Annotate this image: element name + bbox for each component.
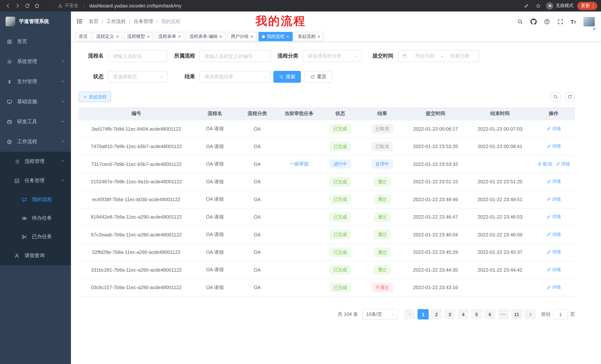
sidebar-item-system-management[interactable]: 系统管理 [0, 52, 71, 72]
page-size-select[interactable]: 10条/页 [362, 309, 398, 319]
breadcrumb-separator: / [102, 19, 103, 24]
menu-dots-icon[interactable] [591, 3, 596, 8]
sidebar-item-process-management[interactable]: 流程管理 [0, 152, 71, 171]
close-icon[interactable]: × [286, 34, 289, 39]
next-page-button[interactable] [524, 309, 536, 319]
page-button-4[interactable]: 4 [458, 309, 469, 319]
tab-user-group[interactable]: 用户分组 × [228, 32, 257, 41]
tab-process-definition[interactable]: 流程定义 × [93, 32, 122, 41]
page-button-5[interactable]: 5 [471, 309, 482, 319]
chevron-down-icon [60, 59, 65, 64]
sidebar-item-home[interactable]: 首页 [0, 31, 71, 52]
close-icon[interactable]: × [250, 34, 253, 39]
close-icon[interactable]: × [178, 34, 181, 39]
sidebar-item-workflow[interactable]: 工作流程 [0, 132, 71, 152]
cell-name: OA 请假 [194, 155, 236, 173]
detail-link[interactable]: 详情 [546, 231, 561, 238]
tab-home[interactable]: 首页 [75, 32, 91, 41]
sidebar-item-label: 流程管理 [25, 158, 45, 165]
pager-more-button[interactable]: ··· [498, 309, 509, 319]
result-select[interactable]: 请选择流结果 [200, 71, 270, 83]
start-process-button[interactable]: 发起流程 [79, 92, 111, 102]
parent-process-input[interactable] [200, 50, 270, 62]
sidebar-item-my-process[interactable]: 我的流程 [0, 190, 71, 209]
detail-link[interactable]: 详情 [546, 144, 561, 150]
refresh-table-button[interactable] [565, 92, 575, 102]
tag-success: 通过 [374, 266, 391, 274]
close-icon[interactable]: × [147, 34, 150, 39]
bookmark-star-icon[interactable] [534, 2, 542, 10]
goto-page-input[interactable] [553, 309, 568, 319]
cell-id: 52ffd28e-7b9a-11ec-a290-acde48001122 [79, 244, 194, 261]
detail-link[interactable]: 详情 [546, 214, 561, 220]
sidebar-item-dev-tools[interactable]: 研发工具 [0, 112, 71, 132]
tab-start-process[interactable]: 发起流程 × [294, 32, 323, 41]
detail-link[interactable]: 详情 [546, 284, 561, 291]
url-divider [84, 3, 84, 8]
forward-icon[interactable] [13, 2, 21, 10]
back-icon[interactable] [4, 2, 12, 10]
sidebar-item-payment-management[interactable]: 支付管理 [0, 72, 71, 92]
status-select[interactable]: 请选择状态 [108, 71, 168, 83]
sidebar-item-infrastructure[interactable]: 基础设施 [0, 92, 71, 112]
close-icon[interactable]: × [317, 34, 320, 39]
toggle-search-button[interactable] [551, 92, 561, 102]
page-button-6[interactable]: 6 [484, 309, 496, 319]
sidebar-item-todo-task[interactable]: 待办任务 [0, 209, 71, 228]
key-icon[interactable] [522, 2, 531, 10]
breadcrumb-item[interactable]: 任务管理 [134, 18, 153, 25]
sidebar-item-task-management[interactable]: 任务管理 [0, 171, 71, 190]
prev-page-button[interactable] [404, 309, 415, 319]
user-menu[interactable] [583, 17, 595, 27]
github-icon[interactable] [530, 18, 537, 25]
page-button-11[interactable]: 11 [511, 309, 522, 319]
sidebar-item-done-task[interactable]: 已办任务 [0, 228, 71, 246]
close-icon[interactable]: × [116, 34, 119, 39]
column-header: 操作 [532, 107, 575, 120]
fullscreen-icon[interactable] [557, 18, 563, 25]
address-bar-url[interactable]: dashboard.yudao.iocoder.cn/bpm/task/my [89, 3, 182, 9]
process-name-input[interactable] [108, 50, 168, 62]
page-button-2[interactable]: 2 [431, 309, 442, 319]
detail-link[interactable]: 详情 [546, 196, 561, 203]
font-size-icon[interactable]: TT [570, 19, 576, 24]
detail-link[interactable]: 详情 [546, 126, 561, 132]
update-button[interactable]: 更新 [577, 2, 597, 10]
browser-home-icon[interactable] [33, 2, 41, 10]
security-chip[interactable]: 不安全 [58, 3, 79, 9]
detail-link[interactable]: 详情 [546, 267, 561, 273]
detail-link[interactable]: 详情 [546, 249, 561, 256]
category-select[interactable]: 请选择流程分类 [303, 50, 362, 62]
tab-process-form[interactable]: 流程表单 × [155, 32, 184, 41]
cell-submit-time: 2022-01-22 23:45:29 [403, 244, 468, 261]
tab-my-process[interactable]: 我的流程 × [259, 32, 292, 41]
detail-link[interactable]: 详情 [546, 179, 561, 185]
sidebar-toggle-icon[interactable] [76, 18, 84, 25]
cell-status: 已完成 [320, 279, 361, 296]
tab-process-form-edit[interactable]: 流程表单-编辑 × [186, 32, 226, 41]
cell-category: OA [236, 261, 279, 278]
column-header: 流程名 [194, 107, 236, 120]
page-button-1[interactable]: 1 [418, 309, 429, 319]
column-header: 结束时间 [468, 107, 532, 120]
header-search-icon[interactable] [517, 18, 523, 25]
sidebar-item-leave-query[interactable]: 请假查询 [0, 246, 71, 265]
cancel-link[interactable]: 取消 [537, 161, 552, 167]
tab-process-model[interactable]: 流程模型 × [124, 32, 153, 41]
close-icon[interactable]: × [220, 34, 222, 39]
reload-icon[interactable] [23, 2, 31, 10]
logo[interactable]: 芋道管理系统 [0, 11, 71, 31]
table-body: 3ad174fb-7b9d-11ec-8404-acde48001122 OA … [79, 120, 575, 297]
current-task-link[interactable]: 一级审批 [289, 161, 309, 168]
breadcrumb-item[interactable]: 工作流程 [106, 18, 126, 25]
breadcrumb-item[interactable]: 首页 [89, 18, 99, 25]
detail-link[interactable]: 详情 [555, 161, 570, 167]
reset-button[interactable]: 重置 [305, 71, 332, 83]
submit-time-range-picker[interactable]: 开始日期 - 结束日期 [398, 50, 480, 62]
search-button[interactable]: 搜索 [273, 71, 301, 83]
cell-end-time: 2022-01-22 23:46:53 [468, 208, 532, 226]
page-button-3[interactable]: 3 [444, 309, 455, 319]
help-icon[interactable] [544, 18, 550, 25]
cell-status: 已完成 [320, 261, 361, 278]
tab-label: 流程表单 [158, 33, 176, 40]
